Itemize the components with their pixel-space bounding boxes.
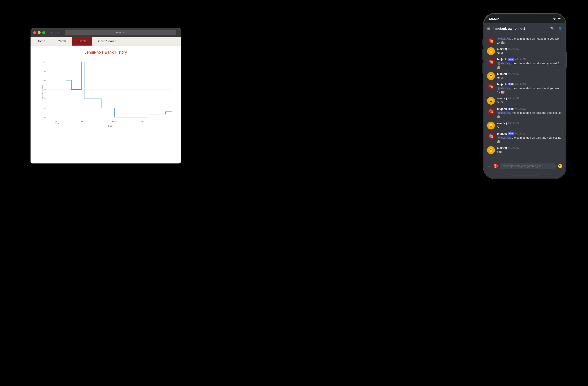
svg-rect-24	[558, 18, 560, 19]
bot-badge: BOT	[508, 108, 514, 110]
tab-home-label: Home	[37, 39, 45, 43]
message-timestamp: 05/19/2022	[508, 147, 519, 149]
message-author: alex >:)	[497, 97, 507, 100]
message-content: @alex >:), the coin landed on heads and …	[497, 37, 563, 45]
list-item: 🎭 Mujank BOT 05/19/2022 @alex >:), the c…	[487, 82, 563, 95]
bot-badge: BOT	[508, 83, 514, 85]
message-text: @alex >:), the coin landed on heads and …	[497, 37, 563, 45]
browser-titlebar: ‹ › localhost	[31, 28, 181, 37]
message-header: alex >:) 05/19/2022	[497, 47, 563, 51]
svg-text:50: 50	[43, 116, 45, 119]
message-text: *cf 3	[497, 51, 563, 55]
phone-shell: 12:23 ▶	[483, 13, 566, 179]
chart-title: JenniPho's Bank History	[35, 50, 177, 55]
chart-area: Jennipho Balance 110 100 90 80 70 6	[35, 57, 177, 127]
address-text: localhost	[116, 31, 125, 34]
avatar: 😊	[487, 97, 495, 105]
members-icon[interactable]: 👤	[558, 26, 563, 31]
message-text: *cf 3	[497, 76, 563, 80]
maximize-button[interactable]	[42, 31, 45, 34]
message-text: *cf	[497, 125, 563, 129]
mention: @alex >:)	[497, 62, 510, 65]
message-content: Mujank BOT 05/19/2022 @alex >:), the coi…	[497, 58, 563, 69]
avatar: 😊	[487, 146, 495, 154]
message-text: @alex >:), the coin landed on tails and …	[497, 136, 563, 144]
browser-controls: ‹ ›	[49, 30, 61, 35]
message-content: Mujank BOT 05/19/2022 @alex >:), the coi…	[497, 107, 563, 119]
message-header: alex >:) 05/19/2022	[497, 97, 563, 100]
volume-down-button[interactable]	[483, 63, 483, 74]
message-timestamp: 05/19/2022	[508, 48, 519, 50]
back-button[interactable]: ‹	[49, 30, 54, 35]
browser-nav: Home Cards Bank Card Search	[31, 37, 181, 46]
emoji-button[interactable]: 🙂	[558, 164, 563, 168]
svg-text:90: 90	[43, 79, 45, 81]
close-button[interactable]	[33, 31, 36, 34]
address-bar[interactable]: localhost	[65, 30, 176, 35]
message-input[interactable]	[500, 163, 556, 169]
tab-cards-label: Cards	[58, 39, 66, 43]
hash-icon: #	[493, 27, 494, 30]
channel-name: # mujank-gambling-2	[493, 27, 525, 30]
avatar: 😊	[487, 72, 495, 80]
message-author: Mujank	[497, 82, 507, 86]
svg-point-22	[554, 19, 555, 20]
message-timestamp: 05/19/2022	[515, 58, 526, 61]
bot-badge: BOT	[508, 58, 514, 61]
list-item: 🎭 @alex >:), the coin landed on heads an…	[487, 36, 563, 45]
message-content: alex >:) 05/19/2022 *cf	[497, 122, 563, 129]
list-item: 😊 alex >:) 05/19/2022 *cf 3	[487, 96, 563, 105]
browser-content: JenniPho's Bank History Jennipho Balance…	[31, 46, 181, 163]
svg-text:2022: 2022	[55, 122, 59, 125]
list-item: 🎭 Mujank BOT 05/19/2022 @alex >:), the c…	[487, 106, 563, 120]
message-timestamp: 05/19/2022	[515, 83, 526, 85]
tab-card-search-label: Card Search	[98, 39, 116, 43]
minimize-button[interactable]	[38, 31, 41, 34]
discord-input-bar: ＋ 🎁 🙂	[484, 160, 566, 172]
message-header: Mujank BOT 05/19/2022	[497, 58, 563, 61]
svg-text:100: 100	[42, 70, 45, 72]
volume-up-button[interactable]	[483, 49, 483, 60]
message-header: alex >:) 05/19/2022	[497, 146, 563, 149]
status-icons	[553, 17, 561, 20]
messages-container[interactable]: 🎭 @alex >:), the coin landed on heads an…	[484, 34, 566, 160]
status-time: 12:23 ▶	[488, 17, 499, 20]
search-icon[interactable]: 🔍	[550, 26, 555, 31]
hamburger-icon[interactable]: ☰	[487, 26, 491, 31]
tab-bank[interactable]: Bank	[72, 37, 92, 45]
message-header: Mujank BOT 05/19/2022	[497, 82, 563, 86]
list-item: 😊 alex >:) 05/19/2022 sad	[487, 145, 563, 155]
tab-card-search[interactable]: Card Search	[92, 37, 123, 45]
message-author: alex >:)	[497, 146, 507, 149]
home-indicator	[484, 172, 566, 178]
browser-window: ‹ › localhost Home Cards Bank Card Searc…	[31, 28, 181, 163]
forward-button[interactable]: ›	[56, 30, 61, 35]
message-content: Mujank BOT 05/19/2022 @alex >:), the coi…	[497, 132, 563, 144]
message-header: Mujank BOT 05/19/2022	[497, 107, 563, 110]
message-author: Mujank	[497, 107, 507, 110]
avatar: 😊	[487, 122, 495, 129]
tab-home[interactable]: Home	[31, 37, 51, 45]
tab-bank-label: Bank	[79, 39, 86, 43]
message-content: alex >:) 05/19/2022 *cf 3	[497, 97, 563, 105]
discord-header: ☰ # mujank-gambling-2 🔍 👤	[484, 23, 566, 34]
mention: @alex >:)	[497, 86, 510, 90]
svg-text:60: 60	[43, 107, 45, 109]
message-text: @alex >:), the coin landed on tails and …	[497, 111, 563, 119]
tab-cards[interactable]: Cards	[51, 37, 72, 45]
message-timestamp: 05/19/2022	[515, 108, 526, 110]
wifi-icon	[553, 17, 556, 20]
mute-button[interactable]	[483, 39, 483, 46]
avatar: 😊	[487, 47, 495, 55]
header-actions: 🔍 👤	[550, 26, 563, 31]
svg-text:Date: Date	[108, 125, 112, 127]
svg-text:Mar 1: Mar 1	[142, 121, 146, 123]
message-text: *cf 3	[497, 101, 563, 104]
message-content: Mujank BOT 05/19/2022 @alex >:), the coi…	[497, 82, 563, 94]
gift-icon[interactable]: 🎁	[493, 164, 498, 168]
svg-text:Feb 23: Feb 23	[55, 121, 60, 123]
message-text: @alex >:), the coin landed on heads and …	[497, 86, 563, 94]
add-content-button[interactable]: ＋	[487, 163, 491, 169]
power-button[interactable]	[566, 52, 567, 68]
message-author: Mujank	[497, 58, 507, 61]
